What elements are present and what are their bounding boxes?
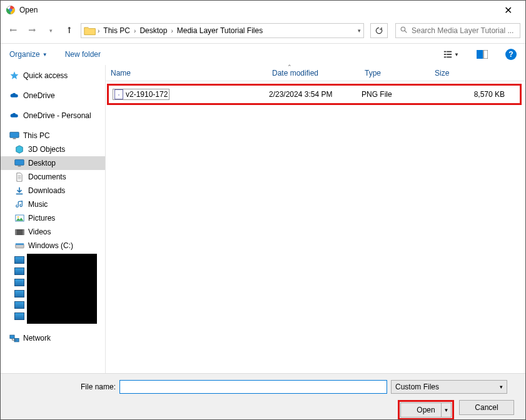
open-label: Open <box>417 406 435 414</box>
sidebar-item-thispc[interactable]: This PC <box>1 129 105 142</box>
open-dropdown[interactable]: ▼ <box>441 403 451 417</box>
network-icon <box>9 333 19 343</box>
file-list: ⌃ Name Date modified Type Size ▫ v2-1910… <box>106 65 525 374</box>
open-button[interactable]: Open ▼ <box>400 402 452 418</box>
recent-dropdown[interactable]: ▾ <box>43 23 58 38</box>
filename-input[interactable] <box>119 380 387 394</box>
sidebar-item-onedrive-personal[interactable]: OneDrive - Personal <box>1 109 105 122</box>
sidebar-item-desktop[interactable]: Desktop <box>1 156 105 170</box>
svg-rect-6 <box>444 54 447 55</box>
svg-line-3 <box>405 31 407 32</box>
sidebar-item-3dobjects[interactable]: 3D Objects <box>1 142 105 156</box>
column-date[interactable]: Date modified <box>267 69 360 78</box>
view-options-button[interactable]: ▼ <box>443 50 459 59</box>
monitor-icon <box>9 131 19 141</box>
toolbar: Organize ▼ New folder ▼ ? <box>1 44 525 65</box>
filename-label: File name: <box>9 382 116 391</box>
sidebar-item-network[interactable]: Network <box>1 331 105 345</box>
forward-button[interactable]: 🠖 <box>24 23 39 38</box>
crumb-folder[interactable]: Media Layer Tutorial Files <box>174 25 265 36</box>
drive-icon <box>14 241 24 251</box>
svg-rect-24 <box>15 244 23 248</box>
svg-rect-8 <box>444 57 447 58</box>
help-button[interactable]: ? <box>505 49 517 60</box>
sidebar-item-label: Quick access <box>23 71 68 80</box>
column-name[interactable]: Name <box>106 69 267 78</box>
column-size[interactable]: Size <box>430 69 525 78</box>
refresh-button[interactable] <box>370 23 388 38</box>
crumb-thispc[interactable]: This PC <box>101 25 133 36</box>
thumbnail-icon <box>14 301 24 309</box>
chevron-down-icon: ▼ <box>43 52 48 58</box>
file-name-selected[interactable]: ▫ v2-1910-172 <box>113 89 169 100</box>
thumbnail-icon <box>14 256 24 264</box>
sidebar-item-label: This PC <box>23 131 50 140</box>
sidebar-item-pictures[interactable]: Pictures <box>1 211 105 225</box>
file-row[interactable]: ▫ v2-1910-172 2/23/2024 3:54 PM PNG File… <box>109 87 520 102</box>
search-box[interactable] <box>395 23 520 38</box>
svg-rect-13 <box>13 138 16 139</box>
svg-rect-5 <box>447 51 452 52</box>
svg-rect-25 <box>15 243 23 245</box>
folder-icon <box>84 25 96 36</box>
svg-rect-7 <box>447 54 452 55</box>
svg-rect-10 <box>477 50 483 59</box>
crumb-desktop[interactable]: Desktop <box>137 25 169 36</box>
preview-thumbnail <box>27 254 97 324</box>
new-folder-button[interactable]: New folder <box>65 50 101 59</box>
sidebar-item-downloads[interactable]: Downloads <box>1 184 105 198</box>
sidebar-item-label: Documents <box>28 172 66 181</box>
column-type[interactable]: Type <box>360 69 430 78</box>
file-size: 8,570 KB <box>432 90 520 99</box>
organize-label: Organize <box>9 50 40 59</box>
picture-icon <box>14 213 24 223</box>
close-button[interactable]: ✕ <box>495 4 520 16</box>
filetype-dropdown[interactable]: Custom Files ▾ <box>391 380 507 394</box>
footer: File name: Custom Files ▾ Open ▼ Cancel <box>1 373 525 419</box>
back-button[interactable]: 🠔 <box>6 23 21 38</box>
column-headers: ⌃ Name Date modified Type Size <box>106 65 525 81</box>
svg-point-2 <box>401 27 405 31</box>
preview-pane-button[interactable] <box>477 50 488 59</box>
sidebar-item-documents[interactable]: Documents <box>1 170 105 184</box>
svg-rect-14 <box>15 159 24 165</box>
sort-indicator-icon: ⌃ <box>287 64 292 70</box>
title-bar: Open ✕ <box>1 1 525 19</box>
cloud-icon <box>9 91 19 101</box>
cancel-button[interactable]: Cancel <box>459 400 514 415</box>
thumbnail-icon <box>14 312 24 320</box>
svg-rect-12 <box>10 132 19 138</box>
sidebar-item-onedrive[interactable]: OneDrive <box>1 89 105 102</box>
highlighted-file-row: ▫ v2-1910-172 2/23/2024 3:54 PM PNG File… <box>107 84 522 105</box>
chevron-down-icon: ▼ <box>454 52 459 58</box>
thumbnail-icon <box>14 290 24 298</box>
svg-rect-22 <box>15 229 16 234</box>
chevron-right-icon: › <box>171 28 173 34</box>
music-icon <box>14 199 24 209</box>
image-file-icon: ▫ <box>114 89 123 99</box>
chevron-down-icon[interactable]: ▾ <box>358 28 361 34</box>
nav-bar: 🠔 🠖 ▾ 🠕 › This PC › Desktop › Media Laye… <box>1 19 525 42</box>
sidebar-item-quickaccess[interactable]: Quick access <box>1 69 105 82</box>
search-input[interactable] <box>412 26 516 35</box>
cloud-icon <box>9 111 19 121</box>
sidebar-item-label: Videos <box>28 228 51 236</box>
organize-button[interactable]: Organize ▼ <box>9 50 48 59</box>
document-icon <box>14 172 24 182</box>
breadcrumb[interactable]: › This PC › Desktop › Media Layer Tutori… <box>81 23 364 38</box>
chevron-down-icon: ▾ <box>500 384 503 390</box>
svg-rect-11 <box>483 50 488 59</box>
svg-rect-9 <box>447 57 452 58</box>
sidebar-item-label: 3D Objects <box>28 145 65 154</box>
desktop-icon <box>14 158 24 168</box>
sidebar-item-label: Desktop <box>28 159 56 168</box>
file-name-label: v2-1910-172 <box>126 90 168 99</box>
up-button[interactable]: 🠕 <box>62 23 77 38</box>
sidebar-item-music[interactable]: Music <box>1 198 105 211</box>
svg-rect-21 <box>15 229 23 234</box>
download-icon <box>14 186 24 196</box>
sidebar-item-videos[interactable]: Videos <box>1 225 105 239</box>
star-icon <box>9 71 19 81</box>
sidebar-item-windowsc[interactable]: Windows (C:) <box>1 239 105 252</box>
sidebar-item-label: Pictures <box>28 214 55 222</box>
